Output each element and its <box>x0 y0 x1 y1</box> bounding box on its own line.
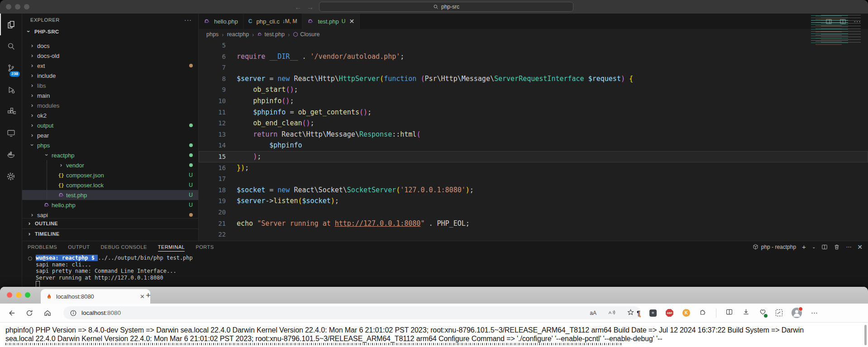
tree-item-ext[interactable]: ›ext <box>22 61 198 71</box>
code-line-6[interactable]: 6require __DIR__ . '/vendor/autoload.php… <box>199 51 868 62</box>
code-line-17[interactable]: 17 <box>199 173 868 185</box>
read-aloud-icon[interactable]: A <box>608 309 615 318</box>
minimize-window-icon[interactable] <box>15 4 20 10</box>
code-line-5[interactable]: 5 <box>199 40 868 51</box>
tree-item-reactphp[interactable]: ›reactphp <box>22 150 198 160</box>
sidebar-section-timeline[interactable]: › TIMELINE <box>22 228 198 239</box>
profile-avatar[interactable] <box>792 308 802 318</box>
tree-item-docs[interactable]: ›docs <box>22 41 198 51</box>
zoom-window-icon[interactable] <box>25 292 30 298</box>
extension-tampermonkey-icon[interactable]: ¶ <box>637 309 640 317</box>
tree-item-ok2[interactable]: ›ok2 <box>22 110 198 120</box>
close-panel-icon[interactable]: ✕ <box>857 243 863 251</box>
tree-item-composer.lock[interactable]: {}composer.lockU <box>22 180 198 190</box>
reload-icon[interactable] <box>25 309 33 317</box>
code-line-16[interactable]: 16}); <box>199 162 868 174</box>
tree-item-hello.php[interactable]: hello.phpU <box>22 200 198 210</box>
close-tab-icon[interactable]: ✕ <box>140 293 145 300</box>
terminal-instance[interactable]: php - reactphp <box>753 244 796 250</box>
browser-more-icon[interactable]: ⋯ <box>811 309 818 317</box>
close-window-icon[interactable] <box>7 292 12 298</box>
tree-item-modules[interactable]: ›modules <box>22 100 198 110</box>
address-bar[interactable]: localhost :8080 aA A <box>63 306 641 319</box>
sidebar-section-outline[interactable]: › OUTLINE <box>22 218 198 228</box>
tree-item-include[interactable]: ›include <box>22 71 198 81</box>
tab-hello-php[interactable]: hello.php <box>199 14 243 29</box>
tree-item-phps[interactable]: ›phps <box>22 140 198 150</box>
breadcrumb-phps[interactable]: phps <box>206 31 219 38</box>
code-line-15[interactable]: 15 ); <box>199 151 868 162</box>
terminal-output[interactable]: wu@sea: reactphp $ ../../output/bin/php … <box>22 252 868 288</box>
code-line-18[interactable]: 18$socket = new React\Socket\SocketServe… <box>199 185 868 196</box>
tree-item-main[interactable]: ›main <box>22 90 198 100</box>
settings-gear[interactable] <box>0 166 22 187</box>
new-terminal-icon[interactable]: + <box>802 243 806 251</box>
sidebar-item-search[interactable] <box>0 35 22 57</box>
extension-adblock-plus-icon[interactable]: ABP <box>666 309 673 317</box>
code-line-7[interactable]: 7 <box>199 62 868 73</box>
command-center-search[interactable]: php-src <box>319 2 573 12</box>
code-line-8[interactable]: 8$server = new React\Http\HttpServer(fun… <box>199 73 868 85</box>
tree-item-pear[interactable]: ›pear <box>22 130 198 140</box>
tree-root-php-src[interactable]: › PHP-SRC <box>22 26 198 37</box>
code-line-22[interactable]: 22 <box>199 229 868 240</box>
panel-tab-problems[interactable]: PROBLEMS <box>28 242 57 252</box>
new-tab-icon[interactable]: + <box>146 290 151 300</box>
code-line-9[interactable]: 9 ob_start(); <box>199 84 868 95</box>
tree-item-docs-old[interactable]: ›docs-old <box>22 51 198 61</box>
extension-k-icon[interactable]: K <box>682 309 690 317</box>
code-line-13[interactable]: 13 return React\Http\Message\Response::h… <box>199 129 868 140</box>
macos-traffic-lights[interactable] <box>6 4 29 10</box>
split-terminal-icon[interactable] <box>821 244 828 250</box>
sidebar-item-explorer[interactable] <box>0 14 22 35</box>
kill-terminal-trash-icon[interactable] <box>834 244 840 250</box>
browser-essentials-icon[interactable] <box>759 308 767 318</box>
code-line-12[interactable]: 12 ob_end_clean(); <box>199 118 868 129</box>
minimize-window-icon[interactable] <box>16 292 21 298</box>
macos-traffic-lights[interactable] <box>7 292 30 298</box>
sidebar-item-run-debug[interactable] <box>0 79 22 100</box>
sidebar-item-containers[interactable] <box>0 144 22 166</box>
code-line-21[interactable]: 21echo "Server running at http://127.0.0… <box>199 218 868 229</box>
panel-tab-terminal[interactable]: TERMINAL <box>158 242 185 252</box>
favorite-star-icon[interactable] <box>627 309 634 318</box>
code-line-19[interactable]: 19$server->listen($socket); <box>199 195 868 207</box>
minimap[interactable] <box>811 15 864 45</box>
terminal-dropdown-chevron-icon[interactable]: ⌄ <box>812 244 816 249</box>
code-line-11[interactable]: 11 $phpinfo = ob_get_contents(); <box>199 107 868 118</box>
code-line-14[interactable]: 14 $phpinfo <box>199 140 868 151</box>
split-screen-icon[interactable] <box>725 308 733 318</box>
breadcrumb-reactphp[interactable]: reactphp <box>227 31 249 38</box>
history-forward-icon[interactable]: → <box>307 4 314 10</box>
browser-tab-localhost[interactable]: localhost:8080 ✕ <box>41 289 150 304</box>
panel-more-actions-icon[interactable]: ⋯ <box>846 244 851 250</box>
sidebar-item-source-control[interactable]: 238 <box>0 57 22 79</box>
panel-tab-ports[interactable]: PORTS <box>196 242 214 252</box>
tree-item-output[interactable]: ›output <box>22 120 198 130</box>
explorer-more-actions-icon[interactable]: ··· <box>184 16 192 24</box>
breadcrumb-closure[interactable]: Closure <box>293 31 320 38</box>
page-scrollbar[interactable] <box>864 325 867 345</box>
sidebar-item-extensions[interactable] <box>0 100 22 122</box>
tree-item-composer.json[interactable]: {}composer.jsonU <box>22 170 198 180</box>
home-icon[interactable] <box>43 309 52 317</box>
close-tab-icon[interactable]: ✕ <box>349 18 354 25</box>
extensions-puzzle-icon[interactable] <box>699 308 707 318</box>
extension-dark-icon[interactable]: ✦ <box>649 309 657 317</box>
site-info-icon[interactable] <box>70 309 77 317</box>
history-back-icon[interactable]: ← <box>295 4 301 10</box>
tree-item-sapi[interactable]: ›sapi <box>22 210 198 218</box>
code-line-10[interactable]: 10 phpinfo(); <box>199 95 868 107</box>
breadcrumb-test-php[interactable]: test.php <box>257 31 284 38</box>
panel-tab-output[interactable]: OUTPUT <box>68 242 90 252</box>
code-line-20[interactable]: 20 <box>199 207 868 218</box>
translate-icon[interactable]: aA <box>590 310 596 316</box>
tab-test-php[interactable]: test.php U ✕ <box>302 14 360 29</box>
downloads-icon[interactable] <box>742 308 750 318</box>
code-editor[interactable]: 56require __DIR__ . '/vendor/autoload.ph… <box>199 40 868 241</box>
tab-php-cli-c[interactable]: C php_cli.c ↓M, M <box>243 14 303 29</box>
close-window-icon[interactable] <box>6 4 11 10</box>
zoom-window-icon[interactable] <box>24 4 29 10</box>
sidebar-item-remote-explorer[interactable] <box>0 122 22 144</box>
web-capture-icon[interactable] <box>776 309 782 316</box>
